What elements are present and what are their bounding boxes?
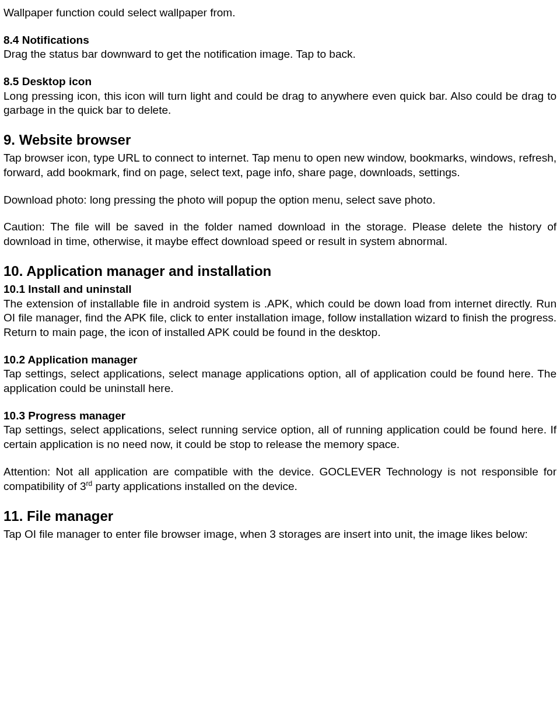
- body-9-p2: Download photo: long pressing the photo …: [4, 193, 556, 208]
- heading-11: 11. File manager: [4, 507, 556, 525]
- section-8-5: 8.5 Desktop icon Long pressing icon, thi…: [4, 75, 556, 118]
- body-8-4: Drag the status bar downward to get the …: [4, 47, 556, 62]
- attention-part-b: party applications installed on the devi…: [92, 480, 298, 492]
- heading-8-4: 8.4 Notifications: [4, 33, 556, 48]
- body-11: Tap OI file manager to enter file browse…: [4, 527, 556, 542]
- section-8-4: 8.4 Notifications Drag the status bar do…: [4, 33, 556, 62]
- heading-8-5: 8.5 Desktop icon: [4, 75, 556, 89]
- body-8-5: Long pressing icon, this icon will turn …: [4, 89, 556, 118]
- heading-10-3: 10.3 Progress manager: [4, 410, 125, 422]
- section-10-3: 10.3 Progress manager Tap settings, sele…: [4, 409, 556, 452]
- body-9-p1: Tap browser icon, type URL to connect to…: [4, 151, 556, 180]
- intro-line: Wallpaper function could select wallpape…: [4, 6, 556, 20]
- body-9-p3: Caution: The file will be saved in the f…: [4, 220, 556, 249]
- heading-10-1: 10.1 Install and uninstall: [4, 283, 132, 295]
- heading-9: 9. Website browser: [4, 131, 556, 149]
- heading-10: 10. Application manager and installation: [4, 262, 556, 280]
- body-10-2: Tap settings, select applications, selec…: [4, 367, 556, 396]
- attention-sup: rd: [86, 480, 93, 488]
- body-10-1: The extension of installable file in and…: [4, 297, 556, 340]
- attention-note: Attention: Not all application are compa…: [4, 465, 556, 494]
- heading-10-2: 10.2 Application manager: [4, 354, 137, 366]
- section-10-1: 10.1 Install and uninstall The extension…: [4, 282, 556, 340]
- body-10-3: Tap settings, select applications, selec…: [4, 423, 556, 452]
- section-10-2: 10.2 Application manager Tap settings, s…: [4, 353, 556, 396]
